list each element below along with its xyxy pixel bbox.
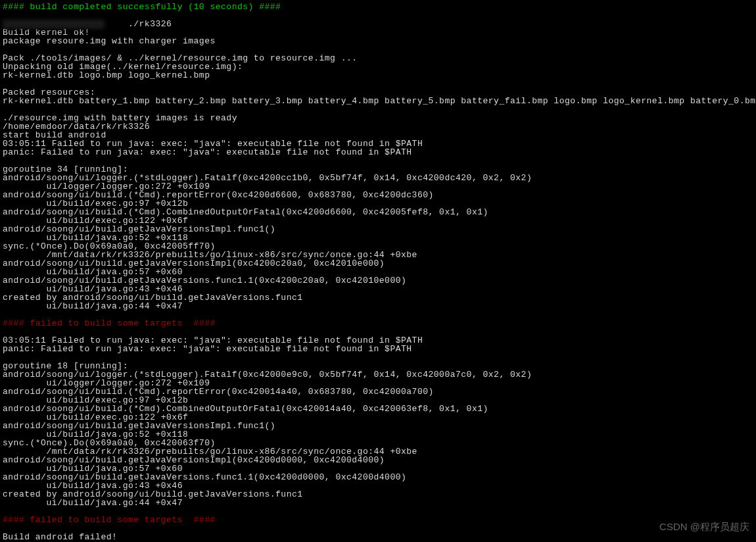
terminal-line: package resoure.img with charger images xyxy=(3,37,753,45)
terminal-line: rk-kernel.dtb logo.bmp logo_kernel.bmp xyxy=(3,71,753,80)
terminal-line: ui/build/java.go:44 +0x47 xyxy=(3,499,753,507)
terminal-line: #### build completed successfully (10 se… xyxy=(3,3,753,11)
terminal-line: #### failed to build some targets #### xyxy=(3,319,753,328)
terminal-line: Build android failed! xyxy=(3,533,753,541)
terminal-line: #### failed to build some targets #### xyxy=(3,516,753,524)
terminal-line: /home/emdoor/data/rk/rk3326 xyxy=(3,122,753,131)
blank-line xyxy=(3,80,753,88)
watermark: CSDN @程序员超庆 xyxy=(659,522,749,531)
terminal-line: ui/build/java.go:44 +0x47 xyxy=(3,302,753,310)
terminal-output[interactable]: #### build completed successfully (10 se… xyxy=(3,3,753,541)
terminal-line: rk-kernel.dtb battery_1.bmp battery_2.bm… xyxy=(3,97,753,105)
redacted-region xyxy=(3,20,105,29)
terminal-line: panic: Failed to run java: exec: "java":… xyxy=(3,345,753,353)
terminal-line: ./rk3326 xyxy=(3,20,753,28)
terminal-line: panic: Failed to run java: exec: "java":… xyxy=(3,148,753,157)
